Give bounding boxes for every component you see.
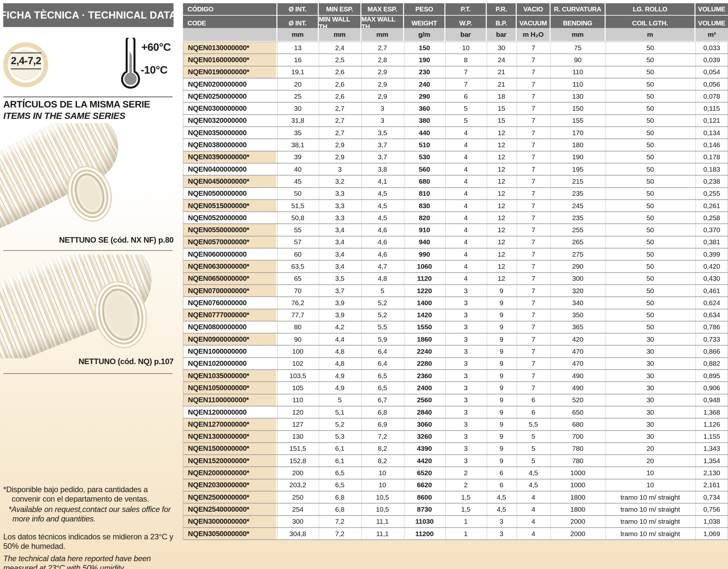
cell-code: NQEN0500000000 — [183, 188, 276, 199]
cell-volume: 0,033 — [695, 42, 728, 53]
cell-coil-length: 50 — [606, 212, 694, 223]
cell-coil-length: 50 — [606, 42, 694, 53]
cell-weight: 2280 — [404, 358, 444, 369]
cell-vacuum: 7 — [517, 382, 550, 394]
cell-bending-radius: 350 — [551, 310, 605, 321]
header-cell-inner-diameter-es: Ø INT. — [277, 3, 318, 15]
header-cell-vacuum-es: VACIO — [517, 3, 550, 15]
cell-min-wall-thickness: 6,8 — [319, 504, 360, 515]
table-row: NQEN076000000076,23,95,21400397340500,62… — [183, 297, 728, 309]
table-row: NQEN0190000000*19,12,62,92307217110500,0… — [183, 66, 728, 78]
cell-bending-radius: 195 — [551, 163, 605, 175]
cell-bending-radius: 155 — [551, 115, 605, 126]
table-row: NQEN3050000000*304,87,211,1112001342000t… — [183, 528, 728, 540]
cell-working-pressure: 3 — [445, 285, 486, 297]
cell-burst-pressure: 21 — [487, 66, 516, 78]
cell-burst-pressure: 12 — [487, 139, 516, 150]
cell-burst-pressure: 9 — [487, 455, 516, 466]
cell-working-pressure: 3 — [445, 310, 486, 321]
cell-max-wall-thickness: 6,8 — [361, 407, 403, 418]
cell-burst-pressure: 12 — [487, 260, 516, 272]
cell-inner-diameter: 300 — [277, 516, 318, 527]
cell-working-pressure: 4 — [445, 127, 486, 138]
cell-weight: 2360 — [404, 370, 444, 382]
cell-working-pressure: 4 — [445, 248, 486, 260]
cell-min-wall-thickness: 3,3 — [319, 212, 360, 223]
cell-working-pressure: 4 — [445, 260, 486, 272]
cell-coil-length: 50 — [606, 188, 694, 199]
table-row: NQEN1520000000*152,86,18,24420395780201,… — [183, 455, 728, 467]
cell-bending-radius: 420 — [551, 334, 605, 345]
cell-code: NQEN0390000000* — [183, 151, 276, 163]
cell-bending-radius: 1000 — [551, 479, 605, 491]
cell-working-pressure: 3 — [445, 334, 486, 345]
cell-inner-diameter: 19,1 — [277, 66, 318, 78]
cell-vacuum: 7 — [517, 103, 550, 114]
cell-working-pressure: 1,5 — [445, 492, 486, 503]
wall-thickness-range-label: 2,4-7,2 — [11, 52, 41, 69]
cell-inner-diameter: 65 — [277, 273, 318, 284]
cell-working-pressure: 3 — [445, 322, 486, 333]
cell-min-wall-thickness: 2,6 — [319, 90, 360, 102]
cell-volume: 0,258 — [695, 212, 728, 223]
cell-min-wall-thickness: 7,2 — [319, 528, 360, 539]
cell-burst-pressure: 30 — [487, 42, 516, 53]
cell-min-wall-thickness: 2,9 — [319, 139, 360, 150]
cell-coil-length: 30 — [606, 382, 694, 394]
cell-inner-diameter: 90 — [277, 334, 318, 345]
cell-bending-radius: 2000 — [551, 516, 605, 527]
cell-inner-diameter: 45 — [277, 175, 318, 187]
cell-code: NQEN1300000000* — [183, 431, 276, 442]
cell-coil-length: 50 — [606, 151, 694, 163]
cell-bending-radius: 650 — [551, 407, 605, 418]
header-cell-burst-pressure-unit: bar — [487, 28, 516, 41]
cell-vacuum: 4 — [517, 504, 550, 515]
cell-vacuum: 7 — [517, 54, 550, 65]
table-header: CÓDIGOØ INT.MIN ESP.MAX ESP.PESOP.T.P.R.… — [183, 3, 728, 41]
cell-min-wall-thickness: 5,2 — [319, 419, 360, 430]
cell-min-wall-thickness: 7,2 — [319, 516, 360, 527]
cell-max-wall-thickness: 4,5 — [361, 200, 403, 211]
table-row: NQEN0200000000202,62,92407217110500,056 — [183, 78, 728, 90]
cell-inner-diameter: 60 — [277, 248, 318, 260]
cell-bending-radius: 780 — [551, 455, 605, 466]
cell-weight: 380 — [404, 115, 444, 126]
title-banner-label: FICHA TÈCNICA · TECHNICAL DATA — [0, 9, 176, 21]
cell-vacuum: 7 — [517, 66, 550, 78]
cell-weight: 150 — [404, 42, 444, 53]
table-row: NQEN1035000000*103,54,96,52360397490300,… — [183, 370, 728, 382]
cell-coil-length: 30 — [606, 334, 694, 345]
cell-volume: 0,183 — [695, 163, 728, 175]
cell-working-pressure: 5 — [445, 103, 486, 114]
series-heading-es: ARTÍCULOS DE LA MISMA SERIE — [3, 99, 150, 110]
cell-working-pressure: 4 — [445, 224, 486, 235]
cell-inner-diameter: 110 — [277, 395, 318, 406]
cell-coil-length: 50 — [606, 54, 694, 65]
cell-max-wall-thickness: 3,7 — [361, 151, 403, 163]
cell-max-wall-thickness: 4,1 — [361, 175, 403, 187]
cell-burst-pressure: 12 — [487, 163, 516, 175]
cell-max-wall-thickness: 3 — [361, 103, 403, 114]
cell-max-wall-thickness: 4,6 — [361, 236, 403, 248]
cell-max-wall-thickness: 4,6 — [361, 248, 403, 260]
cell-weight: 11200 — [404, 528, 444, 539]
cell-burst-pressure: 9 — [487, 443, 516, 454]
header-cell-max-wall-thickness-unit: mm — [361, 28, 403, 41]
cell-working-pressure: 4 — [445, 188, 486, 199]
cell-weight: 290 — [404, 90, 444, 102]
table-row: NQEN0800000000804,25,51550397365500,786 — [183, 322, 728, 334]
cell-burst-pressure: 6 — [487, 467, 516, 479]
cell-min-wall-thickness: 2,7 — [319, 127, 360, 138]
series-heading-en: ITEMS IN THE SAME SERIES — [3, 111, 125, 121]
cell-min-wall-thickness: 2,7 — [319, 103, 360, 114]
cell-code: NQEN2030000000* — [183, 479, 276, 491]
cell-code: NQEN0300000000 — [183, 103, 276, 114]
table-row: NQEN10200000001024,86,42280397470300,882 — [183, 358, 728, 370]
header-cell-working-pressure-unit: bar — [445, 28, 486, 41]
footnote-measurement-en: The technical data here reported have be… — [3, 554, 178, 569]
technical-data-sheet: FICHA TÈCNICA · TECHNICAL DATA 2,4-7,2 +… — [0, 0, 728, 569]
cell-burst-pressure: 9 — [487, 334, 516, 345]
cell-code: NQEN0777000000* — [183, 310, 276, 321]
hose-image-nettuno — [0, 255, 174, 358]
cell-weight: 190 — [404, 54, 444, 65]
